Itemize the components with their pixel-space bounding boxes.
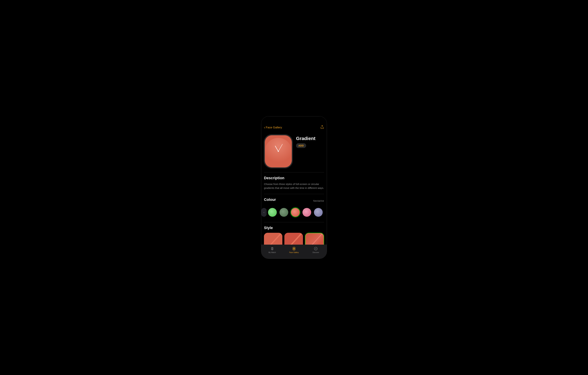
swatch-sage-circle — [280, 208, 288, 217]
hand-center — [278, 151, 279, 152]
style-item-3[interactable] — [305, 233, 324, 245]
colour-header: Colour Nectarine — [261, 198, 327, 204]
colour-title: Colour — [264, 198, 276, 202]
style-face-2 — [284, 233, 303, 245]
tab-discover-icon — [314, 246, 318, 251]
swatch-sage[interactable] — [280, 208, 288, 217]
tab-my-watch[interactable]: My Watch — [261, 246, 283, 253]
style3-tri-br — [307, 233, 324, 245]
tab-my-watch-label: My Watch — [269, 252, 276, 253]
colour-section: Colour Nectarine ‹ — [261, 194, 327, 222]
back-chevron-icon: ‹ — [264, 125, 265, 129]
tab-face-gallery-icon — [292, 246, 296, 251]
watch-name: Gradient — [296, 136, 324, 141]
watch-icon — [270, 247, 274, 251]
colour-swatches-wrapper: ‹ — [261, 207, 327, 218]
tab-face-gallery-label: Face Gallery — [289, 252, 299, 253]
style-item-1[interactable] — [264, 233, 282, 245]
back-label: Face Gallery — [266, 126, 282, 129]
watch-face-container — [264, 134, 293, 168]
face-gallery-icon — [292, 247, 296, 251]
style-item-2[interactable] — [284, 233, 303, 245]
hand-hour — [275, 146, 279, 151]
watch-face-outer — [264, 134, 293, 168]
swatch-nectarine-circle — [291, 208, 300, 217]
description-section: Description Choose from three styles of … — [261, 173, 327, 194]
scroll-left-indicator: ‹ — [261, 208, 267, 217]
tab-face-gallery[interactable]: Face Gallery — [283, 246, 305, 253]
status-bar — [261, 116, 327, 124]
description-title: Description — [264, 176, 324, 180]
watch-info: Gradient ADD — [296, 134, 324, 148]
share-button[interactable] — [320, 125, 324, 130]
share-icon — [320, 125, 324, 129]
swatch-lavender[interactable] — [314, 208, 323, 217]
swatch-mint-circle — [268, 208, 277, 217]
watch-hands — [268, 141, 288, 162]
style-section: Style — [261, 222, 327, 245]
phone-container: ‹ Face Gallery — [261, 116, 327, 259]
hand-minute — [278, 144, 283, 151]
watch-preview-section: Gradient ADD — [261, 132, 327, 172]
tab-discover[interactable]: Discover — [305, 246, 327, 253]
style1-tri-br — [265, 233, 282, 245]
tab-discover-label: Discover — [313, 252, 319, 253]
description-text: Choose from three styles of full-screen … — [264, 182, 324, 190]
tab-my-watch-icon — [270, 246, 274, 251]
header: ‹ Face Gallery — [261, 124, 327, 132]
style-title: Style — [264, 226, 324, 230]
tab-bar: My Watch Face Gallery — [261, 245, 327, 259]
add-button[interactable]: ADD — [296, 143, 306, 148]
style2-tri-br — [286, 233, 303, 245]
swatch-mint[interactable] — [268, 208, 277, 217]
swatch-lavender-circle — [314, 208, 323, 217]
style-face-3 — [305, 233, 324, 245]
swatch-nectarine[interactable] — [291, 208, 300, 217]
back-button[interactable]: ‹ Face Gallery — [264, 125, 282, 129]
swatch-pink[interactable] — [303, 208, 311, 217]
swatch-pink-circle — [303, 208, 311, 217]
colour-selected-name: Nectarine — [313, 199, 324, 202]
discover-icon — [314, 247, 318, 251]
style-items — [264, 233, 324, 245]
style-face-1 — [264, 233, 282, 245]
svg-marker-12 — [315, 248, 316, 249]
watch-face-inner — [265, 135, 292, 167]
colour-swatches — [261, 207, 326, 218]
scroll-content: Gradient ADD Description Choose from thr… — [261, 132, 327, 245]
